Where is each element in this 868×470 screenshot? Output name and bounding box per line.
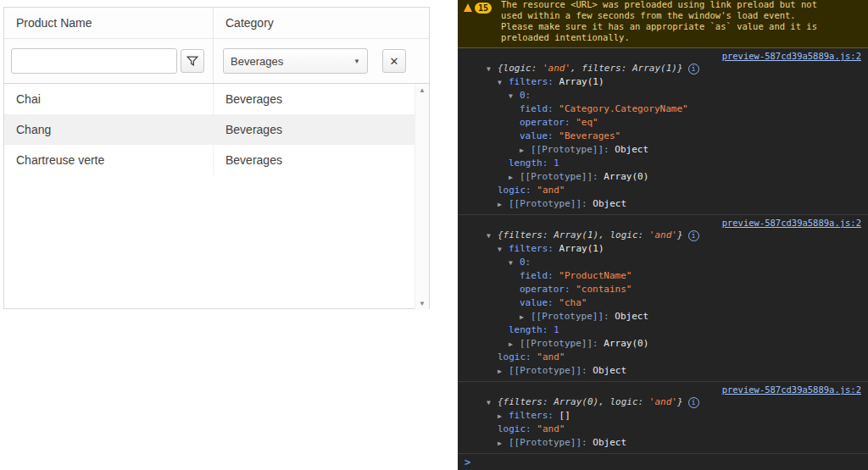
property-value: "eq" xyxy=(576,117,598,128)
property-name: [[Prototype]]: xyxy=(520,338,604,349)
source-link[interactable]: preview-587cd39a5889a.js:2 xyxy=(722,218,861,228)
tree-property: ▶filters: [] xyxy=(458,409,868,423)
object-preview: ▼{filters: Array(0), logic: 'and'}i xyxy=(458,395,868,409)
table-row[interactable]: ChaiBeverages xyxy=(4,84,415,114)
property-value: 1 xyxy=(554,158,559,169)
disclosure-triangle[interactable]: ▶ xyxy=(498,437,509,451)
preview-part: {filters: Array(1), logic: xyxy=(498,229,649,241)
property-name: 0: xyxy=(520,257,537,268)
vertical-scrollbar[interactable]: ▲ ▼ xyxy=(415,84,429,310)
disclosure-triangle[interactable]: ▶ xyxy=(498,410,509,423)
property-name: operator: xyxy=(520,117,576,128)
category-filter-dropdown[interactable]: Beverages ▼ xyxy=(223,48,368,74)
disclosure-triangle[interactable]: ▼ xyxy=(487,396,498,410)
grid-header-row: Product Name Category xyxy=(4,8,429,39)
product-filter-cell xyxy=(4,39,213,83)
scroll-up-arrow-icon[interactable]: ▲ xyxy=(415,86,429,94)
table-row[interactable]: ChangBeverages xyxy=(4,114,415,145)
disclosure-triangle[interactable]: ▶ xyxy=(509,171,520,185)
preview-part: , filters: Array(1)} xyxy=(570,63,682,74)
column-header-product-name[interactable]: Product Name xyxy=(4,8,213,38)
property-name: length: xyxy=(509,324,554,335)
disclosure-triangle[interactable]: ▼ xyxy=(487,63,498,76)
property-value: Array(1) xyxy=(559,243,604,254)
clear-filter-button[interactable]: ✕ xyxy=(382,49,406,73)
property-name: length: xyxy=(509,158,554,169)
disclosure-triangle[interactable]: ▶ xyxy=(520,144,531,158)
property-value: Object xyxy=(615,311,648,322)
info-icon[interactable]: i xyxy=(688,397,699,408)
property-name: [[Prototype]]: xyxy=(509,198,593,209)
property-name: [[Prototype]]: xyxy=(531,144,615,155)
property-name: filters: xyxy=(509,243,559,254)
tree-property: logic: "and" xyxy=(458,423,868,436)
filter-row: Beverages ▼ ✕ xyxy=(4,39,429,84)
disclosure-triangle[interactable]: ▼ xyxy=(487,229,498,243)
tree-property: ▶[[Prototype]]: Object xyxy=(458,197,868,211)
property-value: "and" xyxy=(537,185,565,196)
products-grid: Product Name Category Beverages ▼ ✕ Chai… xyxy=(3,7,430,309)
disclosure-triangle[interactable]: ▼ xyxy=(509,90,520,103)
disclosure-triangle[interactable]: ▼ xyxy=(498,76,509,90)
warning-line: The resource <URL> was preloaded using l… xyxy=(501,0,817,10)
preview-part: 'and' xyxy=(649,396,677,407)
tree-property: ▼filters: Array(1) xyxy=(458,242,868,256)
preview-part: {logic: xyxy=(498,63,542,74)
tree-property: value: "Beverages" xyxy=(458,130,868,143)
tree-property: ▶[[Prototype]]: Object xyxy=(458,364,868,378)
tree-property: ▶[[Prototype]]: Object xyxy=(458,310,868,323)
product-filter-button[interactable] xyxy=(181,49,204,73)
info-icon[interactable]: i xyxy=(688,64,699,75)
scroll-down-arrow-icon[interactable]: ▼ xyxy=(415,300,429,307)
property-name: [[Prototype]]: xyxy=(520,171,604,182)
tree-property: ▼filters: Array(1) xyxy=(458,75,868,89)
info-icon[interactable]: i xyxy=(688,230,699,241)
warning-line: Please make sure it has an appropriate `… xyxy=(501,21,817,32)
disclosure-triangle[interactable]: ▼ xyxy=(509,257,520,270)
tree-property: field: "ProductName" xyxy=(458,269,868,283)
disclosure-triangle[interactable]: ▶ xyxy=(509,338,520,351)
warning-icon xyxy=(464,3,472,12)
console-prompt-chevron: > xyxy=(465,456,470,468)
grid-rows: ChaiBeveragesChangBeveragesChartreuse ve… xyxy=(4,84,415,175)
property-name: field: xyxy=(520,103,559,114)
console-entries: preview-587cd39a5889a.js:2▼{logic: 'and'… xyxy=(458,48,868,454)
object-preview: ▼{filters: Array(1), logic: 'and'}i xyxy=(458,229,868,242)
tree-property: value: "cha" xyxy=(458,296,868,310)
console-prompt[interactable]: > xyxy=(458,454,868,468)
disclosure-triangle[interactable]: ▶ xyxy=(498,365,509,379)
warning-text: The resource <URL> was preloaded using l… xyxy=(501,0,817,43)
property-name: field: xyxy=(520,270,559,281)
property-name: [[Prototype]]: xyxy=(509,437,593,448)
property-value: "and" xyxy=(537,351,565,362)
column-header-category[interactable]: Category xyxy=(213,8,429,38)
property-name: logic: xyxy=(498,185,537,196)
property-value: [] xyxy=(559,410,570,421)
table-row[interactable]: Chartreuse verteBeverages xyxy=(4,145,415,175)
cell-product-name: Chai xyxy=(4,84,213,114)
disclosure-triangle[interactable]: ▼ xyxy=(498,243,509,257)
console-warning[interactable]: 15 The resource <URL> was preloaded usin… xyxy=(458,0,868,48)
property-value: "and" xyxy=(537,423,565,434)
warning-count-badge: 15 xyxy=(475,3,492,14)
property-value: Array(0) xyxy=(604,171,648,182)
tree-property: ▼0: xyxy=(458,89,868,102)
disclosure-triangle[interactable]: ▶ xyxy=(520,311,531,324)
source-link[interactable]: preview-587cd39a5889a.js:2 xyxy=(722,384,861,395)
property-name: value: xyxy=(520,297,559,308)
tree-property: ▶[[Prototype]]: Array(0) xyxy=(458,170,868,184)
product-filter-input[interactable] xyxy=(11,48,177,74)
warning-line: used within a few seconds from the windo… xyxy=(501,10,817,21)
property-value: "Category.CategoryName" xyxy=(559,103,687,114)
category-filter-cell: Beverages ▼ ✕ xyxy=(213,39,429,83)
disclosure-triangle[interactable]: ▶ xyxy=(498,198,509,212)
property-name: operator: xyxy=(520,284,576,295)
source-link[interactable]: preview-587cd39a5889a.js:2 xyxy=(722,51,861,61)
property-name: filters: xyxy=(509,76,559,87)
property-name: logic: xyxy=(498,423,537,434)
property-value: Object xyxy=(593,198,626,209)
property-value: Array(0) xyxy=(604,338,648,349)
tree-property: ▼0: xyxy=(458,256,868,269)
tree-property: ▶[[Prototype]]: Array(0) xyxy=(458,337,868,351)
preview-part: {filters: Array(0), logic: xyxy=(498,396,649,407)
